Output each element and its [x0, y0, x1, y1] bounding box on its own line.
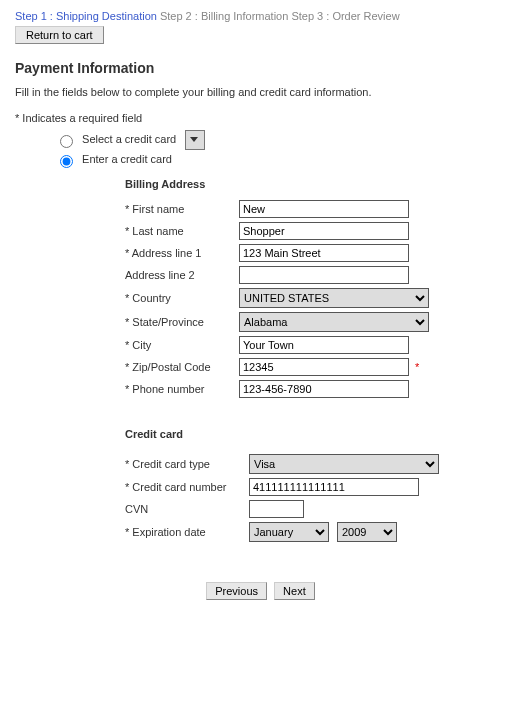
checkout-steps: Step 1 : Shipping Destination Step 2 : B… — [15, 10, 506, 22]
form-actions: Previous Next — [15, 582, 506, 600]
cvn-field[interactable] — [249, 500, 304, 518]
step-review: Step 3 : Order Review — [291, 10, 399, 22]
address2-field[interactable] — [239, 266, 409, 284]
cc-number-label: * Credit card number — [125, 481, 249, 493]
state-label: * State/Province — [125, 316, 239, 328]
last-name-label: * Last name — [125, 225, 239, 237]
credit-card-heading: Credit card — [125, 428, 506, 440]
last-name-field[interactable] — [239, 222, 409, 240]
page-title: Payment Information — [15, 60, 506, 76]
cc-type-select[interactable]: Visa — [249, 454, 439, 474]
city-field[interactable] — [239, 336, 409, 354]
zip-field[interactable] — [239, 358, 409, 376]
first-name-label: * First name — [125, 203, 239, 215]
credit-card-form: Credit card * Credit card type Visa * Cr… — [125, 428, 506, 542]
first-name-field[interactable] — [239, 200, 409, 218]
radio-select-card-row: Select a credit card — [55, 130, 506, 150]
instructions: Fill in the fields below to complete you… — [15, 86, 506, 98]
step-billing: Step 2 : Billing Information — [160, 10, 288, 22]
country-select[interactable]: UNITED STATES — [239, 288, 429, 308]
radio-enter-card[interactable] — [60, 155, 73, 168]
billing-form: * First name * Last name * Address line … — [125, 200, 506, 398]
exp-year-select[interactable]: 2009 — [337, 522, 397, 542]
radio-select-card[interactable] — [60, 135, 73, 148]
radio-enter-card-label: Enter a credit card — [82, 153, 172, 165]
phone-field[interactable] — [239, 380, 409, 398]
billing-address-heading: Billing Address — [125, 178, 506, 190]
address1-label: * Address line 1 — [125, 247, 239, 259]
radio-enter-card-row: Enter a credit card — [55, 152, 506, 168]
cc-number-field[interactable] — [249, 478, 419, 496]
return-to-cart-button[interactable]: Return to cart — [15, 26, 104, 44]
address1-field[interactable] — [239, 244, 409, 262]
zip-label: * Zip/Postal Code — [125, 361, 239, 373]
saved-card-dropdown[interactable] — [185, 130, 205, 150]
city-label: * City — [125, 339, 239, 351]
exp-label: * Expiration date — [125, 526, 249, 538]
radio-select-card-label: Select a credit card — [82, 133, 176, 145]
step-shipping[interactable]: Step 1 : Shipping Destination — [15, 10, 157, 22]
previous-button[interactable]: Previous — [206, 582, 267, 600]
required-note: * Indicates a required field — [15, 112, 506, 124]
cvn-label: CVN — [125, 503, 249, 515]
cc-type-label: * Credit card type — [125, 458, 249, 470]
state-select[interactable]: Alabama — [239, 312, 429, 332]
country-label: * Country — [125, 292, 239, 304]
address2-label: Address line 2 — [125, 269, 239, 281]
next-button[interactable]: Next — [274, 582, 315, 600]
phone-label: * Phone number — [125, 383, 239, 395]
zip-required-marker: * — [415, 361, 419, 373]
exp-month-select[interactable]: January — [249, 522, 329, 542]
